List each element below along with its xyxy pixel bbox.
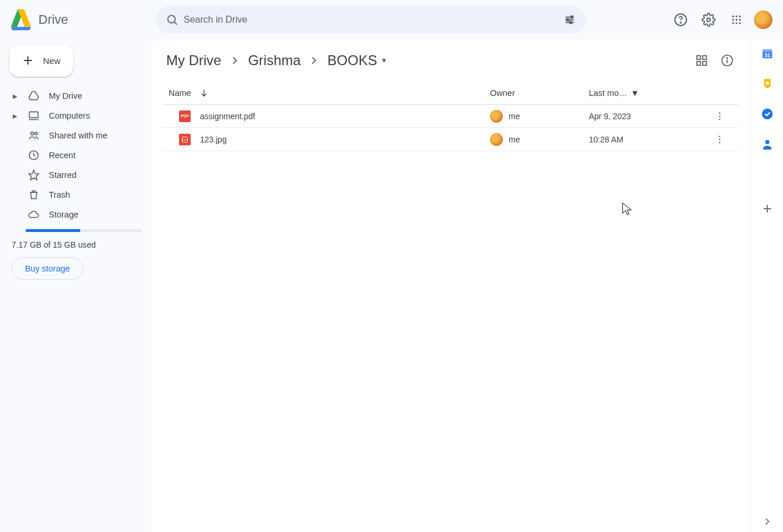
svg-rect-6	[567, 19, 569, 21]
svg-rect-30	[697, 62, 700, 65]
svg-rect-7	[570, 22, 572, 24]
sidebar-item-computers[interactable]: ▶ Computers	[9, 106, 142, 126]
svg-rect-29	[703, 56, 706, 59]
svg-rect-5	[571, 16, 573, 19]
svg-point-36	[719, 112, 720, 113]
tasks-app-icon[interactable]	[760, 107, 774, 121]
drive-icon	[28, 90, 40, 102]
header: Drive	[0, 0, 783, 40]
trash-icon	[28, 189, 40, 201]
svg-point-10	[707, 18, 710, 22]
svg-point-9	[680, 22, 681, 23]
svg-point-37	[719, 115, 720, 116]
new-button[interactable]: New	[9, 44, 73, 77]
svg-point-24	[31, 132, 34, 135]
search-input[interactable]	[184, 15, 558, 25]
svg-marker-27	[29, 170, 39, 180]
star-icon	[28, 169, 40, 181]
sidebar-item-label: Shared with me	[49, 131, 108, 140]
svg-point-0	[168, 16, 176, 23]
storage-text: 7.17 GB of 15 GB used	[12, 240, 142, 249]
svg-line-1	[174, 22, 177, 24]
settings-icon[interactable]	[697, 8, 720, 31]
sidebar-item-my-drive[interactable]: ▶ My Drive	[9, 86, 142, 106]
cloud-icon	[28, 209, 40, 220]
svg-text:31: 31	[764, 52, 770, 58]
buy-storage-button[interactable]: Buy storage	[12, 258, 83, 280]
svg-point-48	[765, 140, 769, 144]
svg-rect-31	[703, 62, 706, 65]
breadcrumb-item[interactable]: My Drive	[163, 51, 225, 70]
image-icon	[179, 134, 191, 145]
people-icon	[28, 130, 40, 141]
side-panel: 31	[750, 40, 783, 532]
more-options-icon[interactable]	[705, 134, 734, 145]
file-modified: 10:28 AM	[589, 135, 705, 144]
column-name[interactable]: Name	[167, 88, 490, 98]
computer-icon	[28, 110, 40, 122]
header-actions	[646, 8, 774, 31]
help-icon[interactable]	[669, 8, 692, 31]
logo-area[interactable]: Drive	[9, 8, 151, 31]
svg-point-15	[735, 19, 737, 20]
collapse-panel-icon[interactable]	[761, 516, 773, 527]
calendar-app-icon[interactable]: 31	[760, 47, 774, 60]
breadcrumb: My Drive Grishma BOOKS ▼	[163, 51, 391, 70]
sidebar-item-recent[interactable]: Recent	[9, 145, 142, 165]
svg-point-17	[732, 22, 734, 24]
breadcrumb-current-label: BOOKS	[327, 52, 377, 69]
sidebar-item-shared[interactable]: Shared with me	[9, 126, 142, 145]
svg-rect-22	[30, 112, 38, 117]
keep-app-icon[interactable]	[760, 77, 774, 91]
new-button-label: New	[43, 56, 60, 66]
sidebar-item-trash[interactable]: Trash	[9, 185, 142, 205]
breadcrumb-current[interactable]: BOOKS ▼	[324, 51, 391, 70]
column-owner[interactable]: Owner	[490, 88, 589, 98]
breadcrumb-item[interactable]: Grishma	[245, 51, 305, 70]
file-row[interactable]: PDF assignment.pdf me Apr 9, 2023	[163, 105, 739, 128]
grid-view-icon[interactable]	[690, 49, 713, 72]
chevron-right-icon: ▶	[12, 93, 19, 99]
sidebar-item-label: Recent	[49, 151, 76, 160]
file-name: assignment.pdf	[200, 112, 255, 121]
storage-fill	[26, 229, 80, 232]
sidebar-item-label: Storage	[49, 210, 78, 219]
file-owner: me	[509, 112, 520, 121]
svg-rect-44	[762, 49, 772, 52]
svg-point-18	[735, 22, 737, 24]
svg-point-41	[719, 138, 720, 140]
column-last-modified[interactable]: Last mo… ▼	[589, 88, 705, 98]
file-owner: me	[509, 135, 520, 144]
sidebar-item-storage[interactable]: Storage	[9, 205, 142, 224]
svg-point-14	[732, 19, 734, 20]
svg-point-19	[739, 22, 741, 24]
apps-grid-icon[interactable]	[725, 8, 748, 31]
account-avatar[interactable]	[753, 9, 774, 30]
svg-rect-28	[697, 56, 700, 59]
svg-point-11	[732, 16, 734, 17]
svg-point-38	[719, 119, 720, 120]
search-icon[interactable]	[160, 8, 184, 31]
chevron-right-icon	[308, 54, 320, 67]
sidebar-item-label: Computers	[49, 111, 90, 120]
column-lastmod-label: Last mo…	[589, 88, 627, 98]
drive-logo-icon	[9, 8, 33, 31]
search-bar[interactable]	[156, 6, 586, 34]
add-app-icon[interactable]	[761, 202, 774, 215]
breadcrumb-row: My Drive Grishma BOOKS ▼	[163, 44, 739, 81]
chevron-right-icon: ▶	[12, 113, 19, 119]
sort-desc-icon	[199, 88, 209, 98]
app-title: Drive	[38, 12, 68, 27]
sidebar-item-starred[interactable]: Starred	[9, 165, 142, 185]
contacts-app-icon[interactable]	[760, 137, 774, 151]
chevron-right-icon	[228, 54, 241, 67]
svg-point-42	[719, 142, 720, 143]
tune-icon[interactable]	[558, 8, 581, 31]
svg-point-12	[735, 16, 737, 17]
pdf-icon: PDF	[179, 110, 191, 122]
clock-icon	[28, 149, 40, 161]
file-row[interactable]: 123.jpg me 10:28 AM	[163, 128, 739, 151]
main-content: My Drive Grishma BOOKS ▼ Name	[151, 40, 750, 532]
more-options-icon[interactable]	[705, 111, 734, 122]
info-icon[interactable]	[716, 49, 739, 72]
